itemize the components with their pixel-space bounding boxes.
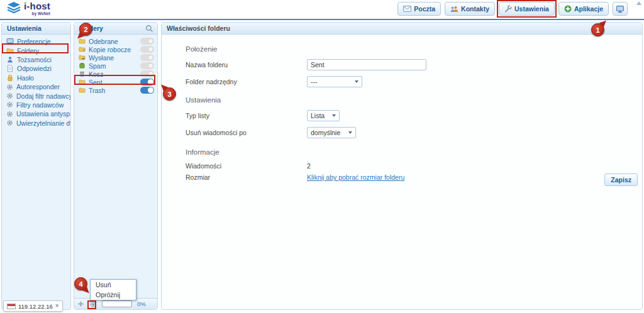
messages-count-value: 2 xyxy=(307,162,311,170)
nav-item-haslo[interactable]: Hasło xyxy=(2,74,70,82)
folder-actions-gear-icon[interactable] xyxy=(89,300,97,308)
gear-icon xyxy=(6,119,13,126)
collapse-arrow-icon[interactable] xyxy=(636,1,641,5)
nav-item-uwierzytelnianie-dwuetapowe[interactable]: Uwierzytelnianie dwuetapc xyxy=(2,119,70,128)
subscribe-toggle[interactable] xyxy=(140,79,154,85)
nav-item-foldery[interactable]: Foldery xyxy=(2,46,70,55)
gear-icon xyxy=(6,84,13,91)
gear-icon xyxy=(6,111,13,118)
annotation-step-2: 2 xyxy=(79,23,92,36)
nav-item-ustawienia-antyspamowe[interactable]: Ustawienia antyspamowe xyxy=(2,109,70,118)
drafts-folder-icon xyxy=(79,46,86,53)
section-title-info: Informacje xyxy=(186,148,642,156)
subscribe-toggle[interactable] xyxy=(140,70,154,77)
mail-icon xyxy=(403,6,411,12)
messages-count-label: Wiadomości xyxy=(186,162,307,170)
annotation-step-3: 3 xyxy=(163,87,176,101)
contacts-icon xyxy=(450,6,458,13)
search-icon[interactable] xyxy=(145,25,153,33)
settings-nav-header: Ustawienia xyxy=(2,23,70,35)
webmail-settings-screen: i-host by WeNet Poczta Kontakty xyxy=(0,0,644,313)
monitor-icon xyxy=(616,5,625,13)
folder-icon xyxy=(79,87,86,94)
parent-folder-select[interactable]: --- xyxy=(307,76,362,87)
top-navigation: Poczta Kontakty Ustawienia Aplik xyxy=(397,2,628,16)
menu-item-delete[interactable]: Usuń xyxy=(91,280,136,290)
ihost-logo: i-host by WeNet xyxy=(6,1,50,16)
folder-properties-title: Właściwości folderu xyxy=(167,25,230,32)
folder-row-kopie-robocze[interactable]: Kopie robocze xyxy=(74,45,157,53)
folder-row-wyslane[interactable]: Wysłane xyxy=(74,53,157,62)
nav-item-filtry-nadawcow[interactable]: Filtry nadawców xyxy=(2,101,70,109)
nav-item-preferencje[interactable]: Preferencje xyxy=(2,37,70,46)
subscribe-toggle[interactable] xyxy=(140,62,154,69)
login-ip-address: 119.12.22.16 xyxy=(18,303,53,310)
folder-size-label: Rozmiar xyxy=(186,173,307,181)
settings-tab-button[interactable]: Ustawienia xyxy=(499,2,555,16)
folder-row-odebrane[interactable]: Odebrane xyxy=(74,37,157,45)
folder-row-sent[interactable]: Sent xyxy=(74,78,157,86)
folder-properties-form: Położenie Nazwa folderu Folder nadrzędny… xyxy=(162,35,642,181)
delete-after-select[interactable]: domyślnie xyxy=(307,127,356,138)
section-title-location: Położenie xyxy=(186,45,642,53)
sent-folder-icon xyxy=(79,54,86,61)
nav-item-label: Preferencje xyxy=(17,38,51,45)
nav-item-autoresponder[interactable]: Autoresponder xyxy=(2,82,70,91)
folder-name-label: Nazwa folderu xyxy=(186,61,307,69)
folders-panel: Foldery Odebrane Kopie robocze Wysłane xyxy=(74,22,158,310)
subscribe-toggle[interactable] xyxy=(140,38,154,45)
contacts-tab-label: Kontakty xyxy=(461,5,489,13)
folder-icon xyxy=(79,79,86,85)
wrench-icon xyxy=(504,5,512,13)
add-folder-icon[interactable] xyxy=(77,300,84,307)
mail-tab-button[interactable]: Poczta xyxy=(397,2,441,16)
gear-icon xyxy=(6,92,13,99)
nav-item-label: Foldery xyxy=(17,47,39,55)
display-options-button[interactable] xyxy=(613,2,628,16)
subscribe-toggle[interactable] xyxy=(140,87,154,94)
document-icon xyxy=(6,65,14,72)
folder-list: Odebrane Kopie robocze Wysłane Spam Kosz xyxy=(74,35,157,94)
folder-icon xyxy=(6,47,14,55)
folder-size-link[interactable]: Kliknij aby pobrać rozmiar folderu xyxy=(307,173,404,181)
folder-name: Odebrane xyxy=(89,38,118,45)
contacts-tab-button[interactable]: Kontakty xyxy=(445,2,495,16)
quota-progress-bar xyxy=(102,300,132,307)
nav-item-odpowiedzi[interactable]: Odpowiedzi xyxy=(2,64,70,73)
junk-folder-icon xyxy=(79,62,86,69)
menu-item-empty[interactable]: Opróżnij xyxy=(91,290,136,300)
preferences-icon xyxy=(6,38,14,45)
trash-icon xyxy=(79,70,86,77)
subscribe-toggle[interactable] xyxy=(140,54,154,61)
list-type-select[interactable]: Lista xyxy=(307,110,340,121)
nav-item-label: Tożsamości xyxy=(17,56,52,63)
folder-name: Trash xyxy=(89,87,105,94)
annotation-number: 4 xyxy=(79,280,82,288)
list-type-label: Typ listy xyxy=(186,112,307,119)
settings-nav-title: Ustawienia xyxy=(7,25,42,32)
folder-name-input[interactable] xyxy=(307,59,426,70)
settings-nav-panel: Ustawienia Preferencje Foldery Tożsamośc… xyxy=(1,22,71,310)
gear-icon xyxy=(6,101,13,108)
apps-tab-button[interactable]: Aplikacje xyxy=(558,2,609,16)
annotation-number: 1 xyxy=(596,26,599,34)
folder-actions-menu: Usuń Opróżnij xyxy=(90,279,136,300)
folder-row-kosz[interactable]: Kosz xyxy=(74,70,157,78)
parent-folder-label: Folder nadrzędny xyxy=(186,78,307,85)
folder-row-spam[interactable]: Spam xyxy=(74,62,157,70)
ihost-logo-icon xyxy=(6,1,21,15)
logo-subtitle: by WeNet xyxy=(24,11,50,16)
close-icon[interactable]: × xyxy=(55,303,59,309)
mail-tab-label: Poczta xyxy=(414,5,435,13)
nav-item-label: Dodaj filtr nadawcy xyxy=(16,92,70,100)
subscribe-toggle[interactable] xyxy=(140,46,154,53)
save-button[interactable]: Zapisz xyxy=(604,173,638,186)
nav-item-label: Ustawienia antyspamowe xyxy=(16,110,70,118)
annotation-number: 2 xyxy=(84,26,87,33)
nav-item-label: Filtry nadawców xyxy=(16,101,64,109)
folder-row-trash[interactable]: Trash xyxy=(74,86,157,94)
nav-item-dodaj-filtr-nadawcy[interactable]: Dodaj filtr nadawcy xyxy=(2,91,70,100)
annotation-number: 3 xyxy=(167,91,171,98)
nav-item-tozsamosci[interactable]: Tożsamości xyxy=(2,55,70,64)
lock-icon xyxy=(6,74,14,82)
